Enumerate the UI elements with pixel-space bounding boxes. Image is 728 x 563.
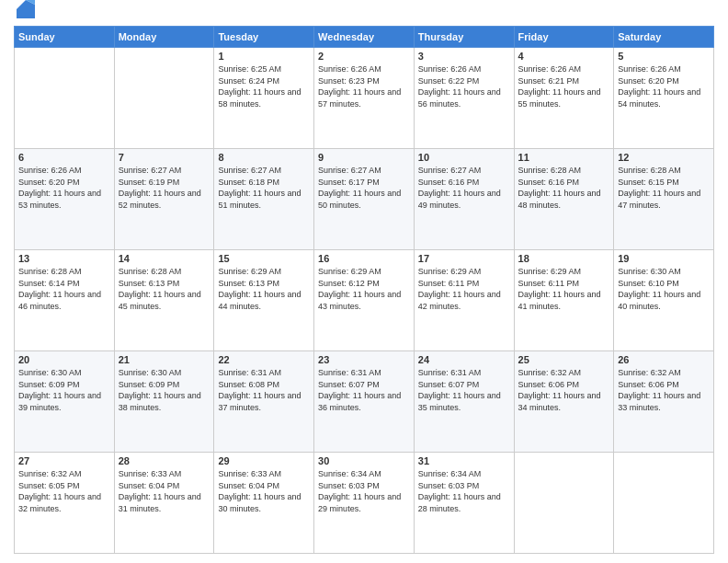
day-info: Sunrise: 6:26 AM Sunset: 6:21 PM Dayligh… (518, 63, 610, 109)
day-number: 22 (218, 354, 310, 365)
day-info: Sunrise: 6:31 AM Sunset: 6:07 PM Dayligh… (418, 367, 510, 413)
day-info: Sunrise: 6:27 AM Sunset: 6:17 PM Dayligh… (318, 165, 410, 211)
day-info: Sunrise: 6:26 AM Sunset: 6:23 PM Dayligh… (318, 63, 410, 109)
table-row: 21Sunrise: 6:30 AM Sunset: 6:09 PM Dayli… (114, 351, 214, 453)
calendar-header-row: Sunday Monday Tuesday Wednesday Thursday… (15, 27, 714, 48)
day-number: 31 (418, 455, 510, 466)
day-info: Sunrise: 6:28 AM Sunset: 6:15 PM Dayligh… (618, 165, 710, 211)
day-number: 9 (318, 152, 410, 163)
day-info: Sunrise: 6:32 AM Sunset: 6:05 PM Dayligh… (18, 468, 110, 514)
col-friday: Friday (514, 27, 614, 48)
day-number: 12 (618, 152, 710, 163)
table-row (614, 453, 714, 554)
day-info: Sunrise: 6:25 AM Sunset: 6:24 PM Dayligh… (218, 63, 310, 109)
table-row (15, 48, 115, 149)
day-info: Sunrise: 6:27 AM Sunset: 6:19 PM Dayligh… (119, 165, 210, 211)
table-row: 9Sunrise: 6:27 AM Sunset: 6:17 PM Daylig… (314, 149, 415, 250)
col-monday: Monday (114, 27, 214, 48)
day-info: Sunrise: 6:28 AM Sunset: 6:13 PM Dayligh… (119, 266, 210, 312)
calendar-week-row: 1Sunrise: 6:25 AM Sunset: 6:24 PM Daylig… (15, 48, 714, 149)
col-thursday: Thursday (414, 27, 514, 48)
table-row: 4Sunrise: 6:26 AM Sunset: 6:21 PM Daylig… (514, 48, 614, 149)
table-row: 18Sunrise: 6:29 AM Sunset: 6:11 PM Dayli… (514, 250, 614, 351)
col-sunday: Sunday (15, 27, 115, 48)
table-row (514, 453, 614, 554)
table-row: 31Sunrise: 6:34 AM Sunset: 6:03 PM Dayli… (414, 453, 514, 554)
table-row: 23Sunrise: 6:31 AM Sunset: 6:07 PM Dayli… (314, 351, 415, 453)
day-info: Sunrise: 6:33 AM Sunset: 6:04 PM Dayligh… (119, 468, 210, 514)
day-info: Sunrise: 6:29 AM Sunset: 6:13 PM Dayligh… (218, 266, 310, 312)
calendar-week-row: 6Sunrise: 6:26 AM Sunset: 6:20 PM Daylig… (15, 149, 714, 250)
table-row: 5Sunrise: 6:26 AM Sunset: 6:20 PM Daylig… (614, 48, 714, 149)
table-row: 19Sunrise: 6:30 AM Sunset: 6:10 PM Dayli… (614, 250, 714, 351)
table-row: 22Sunrise: 6:31 AM Sunset: 6:08 PM Dayli… (214, 351, 314, 453)
table-row: 6Sunrise: 6:26 AM Sunset: 6:20 PM Daylig… (15, 149, 115, 250)
day-number: 19 (618, 253, 710, 264)
day-number: 28 (119, 455, 210, 466)
day-info: Sunrise: 6:29 AM Sunset: 6:12 PM Dayligh… (318, 266, 410, 312)
day-number: 13 (18, 253, 110, 264)
day-info: Sunrise: 6:26 AM Sunset: 6:20 PM Dayligh… (618, 63, 710, 109)
col-saturday: Saturday (614, 27, 714, 48)
day-number: 25 (518, 354, 610, 365)
table-row: 15Sunrise: 6:29 AM Sunset: 6:13 PM Dayli… (214, 250, 314, 351)
table-row: 29Sunrise: 6:33 AM Sunset: 6:04 PM Dayli… (214, 453, 314, 554)
day-info: Sunrise: 6:30 AM Sunset: 6:09 PM Dayligh… (18, 367, 110, 413)
day-info: Sunrise: 6:32 AM Sunset: 6:06 PM Dayligh… (518, 367, 610, 413)
day-number: 11 (518, 152, 610, 163)
day-number: 23 (318, 354, 410, 365)
table-row: 7Sunrise: 6:27 AM Sunset: 6:19 PM Daylig… (114, 149, 214, 250)
day-number: 18 (518, 253, 610, 264)
day-info: Sunrise: 6:30 AM Sunset: 6:09 PM Dayligh… (119, 367, 210, 413)
day-number: 4 (518, 51, 610, 62)
logo (14, 14, 35, 18)
table-row: 3Sunrise: 6:26 AM Sunset: 6:22 PM Daylig… (414, 48, 514, 149)
day-info: Sunrise: 6:33 AM Sunset: 6:04 PM Dayligh… (218, 468, 310, 514)
day-number: 21 (119, 354, 210, 365)
table-row: 24Sunrise: 6:31 AM Sunset: 6:07 PM Dayli… (414, 351, 514, 453)
table-row: 8Sunrise: 6:27 AM Sunset: 6:18 PM Daylig… (214, 149, 314, 250)
day-number: 5 (618, 51, 710, 62)
day-info: Sunrise: 6:28 AM Sunset: 6:16 PM Dayligh… (518, 165, 610, 211)
day-info: Sunrise: 6:28 AM Sunset: 6:14 PM Dayligh… (18, 266, 110, 312)
day-info: Sunrise: 6:29 AM Sunset: 6:11 PM Dayligh… (518, 266, 610, 312)
calendar: Sunday Monday Tuesday Wednesday Thursday… (14, 26, 714, 554)
table-row: 2Sunrise: 6:26 AM Sunset: 6:23 PM Daylig… (314, 48, 415, 149)
page: Sunday Monday Tuesday Wednesday Thursday… (0, 0, 728, 563)
table-row: 1Sunrise: 6:25 AM Sunset: 6:24 PM Daylig… (214, 48, 314, 149)
table-row: 27Sunrise: 6:32 AM Sunset: 6:05 PM Dayli… (15, 453, 115, 554)
col-tuesday: Tuesday (214, 27, 314, 48)
day-number: 27 (18, 455, 110, 466)
day-number: 20 (18, 354, 110, 365)
table-row: 11Sunrise: 6:28 AM Sunset: 6:16 PM Dayli… (514, 149, 614, 250)
table-row (114, 48, 214, 149)
day-number: 8 (218, 152, 310, 163)
day-number: 7 (119, 152, 210, 163)
day-info: Sunrise: 6:31 AM Sunset: 6:08 PM Dayligh… (218, 367, 310, 413)
table-row: 28Sunrise: 6:33 AM Sunset: 6:04 PM Dayli… (114, 453, 214, 554)
day-number: 16 (318, 253, 410, 264)
calendar-week-row: 27Sunrise: 6:32 AM Sunset: 6:05 PM Dayli… (15, 453, 714, 554)
day-number: 14 (119, 253, 210, 264)
day-number: 2 (318, 51, 410, 62)
table-row: 25Sunrise: 6:32 AM Sunset: 6:06 PM Dayli… (514, 351, 614, 453)
table-row: 30Sunrise: 6:34 AM Sunset: 6:03 PM Dayli… (314, 453, 415, 554)
table-row: 10Sunrise: 6:27 AM Sunset: 6:16 PM Dayli… (414, 149, 514, 250)
calendar-week-row: 20Sunrise: 6:30 AM Sunset: 6:09 PM Dayli… (15, 351, 714, 453)
day-info: Sunrise: 6:27 AM Sunset: 6:18 PM Dayligh… (218, 165, 310, 211)
table-row: 26Sunrise: 6:32 AM Sunset: 6:06 PM Dayli… (614, 351, 714, 453)
day-info: Sunrise: 6:30 AM Sunset: 6:10 PM Dayligh… (618, 266, 710, 312)
logo-icon (17, 0, 35, 18)
day-number: 15 (218, 253, 310, 264)
day-info: Sunrise: 6:29 AM Sunset: 6:11 PM Dayligh… (418, 266, 510, 312)
day-number: 10 (418, 152, 510, 163)
table-row: 13Sunrise: 6:28 AM Sunset: 6:14 PM Dayli… (15, 250, 115, 351)
day-number: 6 (18, 152, 110, 163)
table-row: 12Sunrise: 6:28 AM Sunset: 6:15 PM Dayli… (614, 149, 714, 250)
header (14, 9, 714, 18)
day-info: Sunrise: 6:27 AM Sunset: 6:16 PM Dayligh… (418, 165, 510, 211)
day-number: 1 (218, 51, 310, 62)
day-number: 3 (418, 51, 510, 62)
day-info: Sunrise: 6:26 AM Sunset: 6:22 PM Dayligh… (418, 63, 510, 109)
day-number: 24 (418, 354, 510, 365)
